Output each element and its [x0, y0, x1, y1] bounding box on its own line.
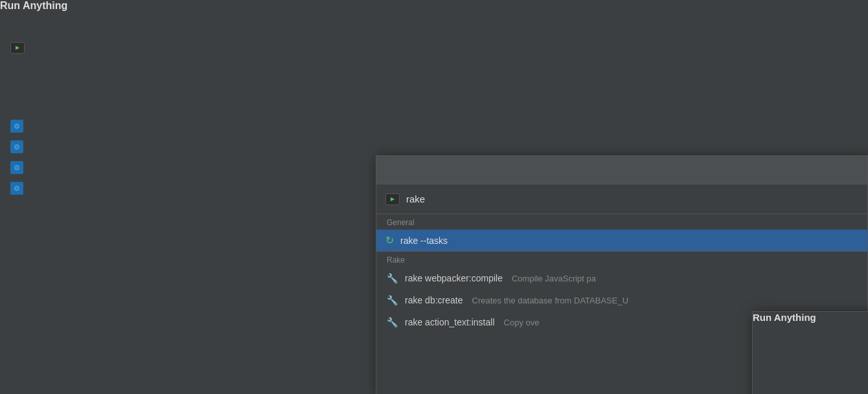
front-search-bar — [376, 184, 867, 214]
front-refresh-icon: ↻ — [385, 234, 394, 246]
result-desc-action-text: Copy ove — [504, 318, 540, 327]
result-rake-tasks[interactable]: ↻ rake --tasks — [376, 230, 867, 251]
result-text-rake-tasks: rake --tasks — [400, 235, 448, 246]
result-webpacker-compile[interactable]: 🔧 rake webpacker:compile Compile JavaScr… — [376, 267, 867, 289]
front-panel-title: Run Anything — [752, 311, 868, 394]
terminal-icon — [10, 42, 25, 54]
result-desc-webpacker: Compile JavaScript pa — [512, 274, 596, 283]
back-panel-header: Run Anything Project ▾ ▼ — [0, 0, 868, 31]
front-panel-header: Run Anything — [376, 156, 867, 184]
result-text-action-text: rake action_text:install — [405, 317, 495, 327]
rake-icon-3: 🔧 — [385, 316, 398, 329]
result-text-db-create: rake db:create — [405, 295, 463, 305]
section-general: General — [376, 214, 867, 230]
front-panel: Run Anything General ↻ rake --tasks Rake… — [376, 155, 868, 394]
rails-gen-icon-3 — [10, 161, 23, 174]
front-search-input[interactable] — [406, 193, 858, 204]
result-text-webpacker: rake webpacker:compile — [405, 273, 503, 283]
rails-gen-icon-2 — [10, 140, 23, 153]
rails-gen-icon-1 — [10, 120, 23, 133]
rake-icon-1: 🔧 — [385, 272, 398, 285]
front-terminal-icon — [385, 193, 400, 205]
result-desc-db-create: Creates the database from DATABASE_U — [472, 296, 629, 305]
section-rake: Rake — [376, 252, 867, 267]
result-db-create[interactable]: 🔧 rake db:create Creates the database fr… — [376, 289, 867, 311]
rails-gen-icon-4 — [10, 182, 23, 195]
rake-icon-2: 🔧 — [385, 294, 398, 307]
